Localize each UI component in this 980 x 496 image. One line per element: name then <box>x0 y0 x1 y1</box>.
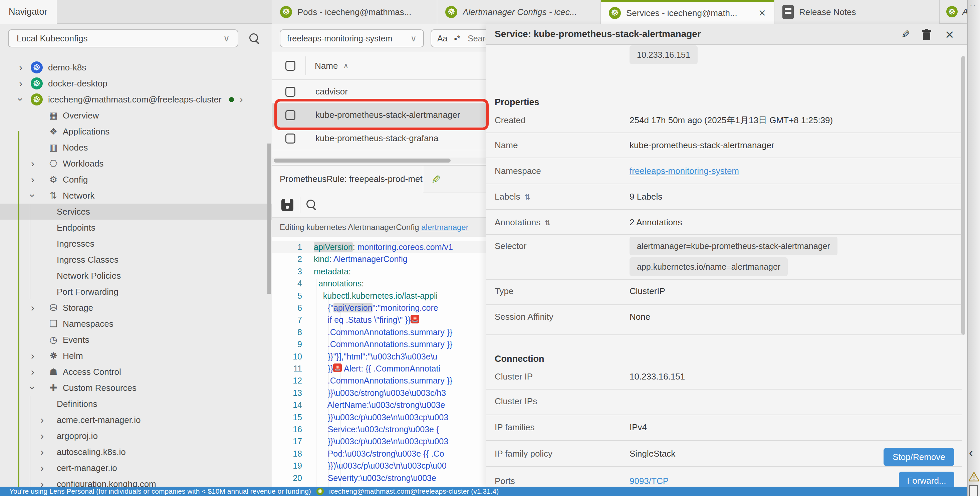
sidebar-item-cert-manager-io[interactable]: ›cert-manager.io <box>0 460 272 476</box>
sidebar-item-ingresses[interactable]: Ingresses <box>0 236 272 252</box>
code-line[interactable]: 5 kubectl.kubernetes.io/last-appli <box>272 290 486 302</box>
tab-partial[interactable]: ☸ A <box>940 0 967 24</box>
chevron-right-icon[interactable]: › <box>37 415 47 424</box>
tab-services-icecheng-math[interactable]: ☸Services - icecheng@math...✕ <box>601 0 775 24</box>
code-line[interactable]: 16 Service:\u003c/strong\u003e { <box>272 423 486 436</box>
search-icon[interactable] <box>306 200 318 211</box>
sort-icon[interactable]: ⇅ <box>544 219 550 227</box>
edit-icon[interactable]: ✎ <box>901 28 910 41</box>
chevron-right-icon[interactable]: › <box>16 79 25 88</box>
panel-toggle-icon[interactable] <box>969 485 978 496</box>
row-checkbox[interactable] <box>285 134 295 143</box>
sidebar-item-config[interactable]: ›⚙Config <box>0 172 272 188</box>
trash-icon[interactable] <box>921 29 932 40</box>
table-row-partial[interactable]: kube-prometheus-stack-... <box>272 150 486 157</box>
chevron-right-icon[interactable]: › <box>37 479 47 486</box>
active-context[interactable]: icecheng@mathmast.com@freeleaps-cluster … <box>329 487 499 495</box>
code-line[interactable]: 17 }}\u003c/p\u003e\n\u003cp\u003 <box>272 435 486 448</box>
sidebar-item-argoproj-io[interactable]: ›argoproj.io <box>0 428 272 444</box>
chevron-down-icon[interactable]: › <box>28 191 37 200</box>
table-row-kube-prometheus-stack-grafana[interactable]: kube-prometheus-stack-grafana <box>272 127 486 150</box>
sort-ascending-icon[interactable]: ∧ <box>343 61 348 70</box>
chevron-down-icon[interactable]: › <box>28 383 37 393</box>
code-line[interactable]: 14 AlertName:\u003c/strong\u003e <box>272 399 486 411</box>
horizontal-scrollbar-thumb[interactable] <box>274 159 450 162</box>
editing-resource-link[interactable]: alertmanager <box>421 223 468 232</box>
dock-tab-prometheusrule[interactable]: PrometheusRule: freepeals-prod-metrics <box>272 165 423 193</box>
select-all-checkbox[interactable] <box>285 61 295 71</box>
sidebar-item-overview[interactable]: ▦Overview <box>0 108 272 124</box>
sidebar-item-nodes[interactable]: ▥Nodes <box>0 140 272 156</box>
stop-remove-button[interactable]: Stop/Remove <box>883 448 954 466</box>
sidebar-item-network[interactable]: ›⇅Network <box>0 188 272 203</box>
sidebar-item-network-policies[interactable]: Network Policies <box>0 268 272 284</box>
tab-alertmanager-configs-icec[interactable]: ☸Alertmanager Configs - icec... <box>437 0 601 24</box>
sidebar-item-endpoints[interactable]: Endpoints <box>0 219 272 236</box>
sidebar-item-namespaces[interactable]: ❑Namespaces <box>0 316 272 332</box>
sidebar-item-docker-desktop[interactable]: ›☸docker-desktop <box>0 75 272 91</box>
sidebar-item-definitions[interactable]: Definitions <box>0 396 272 412</box>
sidebar-item-port-forwarding[interactable]: Port Forwarding <box>0 284 272 300</box>
sidebar-item-autoscaling-k8s-io[interactable]: ›autoscaling.k8s.io <box>0 444 272 460</box>
code-line[interactable]: 12 .CommonAnnotations.summary }} <box>272 375 486 387</box>
sidebar-item-configuration-konghq-com[interactable]: ›configuration.konghq.com <box>0 476 272 486</box>
code-line[interactable]: 1apiVersion: monitoring.coreos.com/v1 <box>272 241 486 253</box>
sidebar-item-storage[interactable]: ›⛁Storage <box>0 300 272 316</box>
tab-pods-icecheng-mathmas[interactable]: ☸Pods - icecheng@mathmas... <box>272 0 437 24</box>
sidebar-item-access-control[interactable]: ›☗Access Control <box>0 364 272 380</box>
chevron-right-icon[interactable]: › <box>37 463 47 473</box>
port-link-9093-tcp[interactable]: 9093/TCP <box>630 474 668 486</box>
name-column-header[interactable]: Name <box>315 61 338 71</box>
code-line[interactable]: 15 }}\u003c/p\u003e\n\u003cp\u003 <box>272 411 486 424</box>
sidebar-item-acme-cert-manager-io[interactable]: ›acme.cert-manager.io <box>0 412 272 428</box>
sidebar-item-helm[interactable]: ›☸Helm <box>0 348 272 364</box>
chevron-right-icon[interactable]: › <box>28 367 37 377</box>
code-line[interactable]: 9 .CommonAnnotations.summary }} <box>272 338 486 350</box>
save-icon[interactable] <box>282 199 293 211</box>
code-line[interactable]: 4 annotations: <box>272 277 486 290</box>
regex-icon[interactable]: ▪* <box>454 34 461 43</box>
code-line[interactable]: 2kind: AlertmanagerConfig <box>272 253 486 265</box>
chevron-right-icon[interactable]: › <box>37 447 47 456</box>
sidebar-item-demo-k8s[interactable]: ›☸demo-k8s <box>0 59 272 75</box>
chevron-right-icon[interactable]: › <box>240 94 243 105</box>
code-line[interactable]: 8 .CommonAnnotations.summary }} <box>272 326 486 339</box>
panel-scrollbar-thumb[interactable] <box>961 56 965 335</box>
sidebar-scrollbar-thumb[interactable] <box>267 143 271 294</box>
chevron-right-icon[interactable]: › <box>16 63 25 72</box>
match-case-icon[interactable]: Aa <box>437 34 448 43</box>
kubeconfig-select[interactable]: Local Kubeconfigs ∨ <box>8 29 238 48</box>
tab-navigator[interactable]: Navigator <box>0 0 57 24</box>
sidebar-item-custom-resources[interactable]: ›✚Custom Resources <box>0 380 272 396</box>
sort-icon[interactable]: ⇅ <box>524 193 530 201</box>
code-line[interactable]: 11 }}🚨 Alert: {{ .CommonAnnotati <box>272 362 486 375</box>
close-icon[interactable]: ✕ <box>758 8 766 19</box>
code-line[interactable]: 19 }})\u003c/p\u003e\n\u003cp\u00 <box>272 459 486 472</box>
edit-icon[interactable]: ✎ <box>431 173 441 186</box>
sidebar-item-ingress-classes[interactable]: Ingress Classes <box>0 252 272 268</box>
sidebar-item-services[interactable]: Services <box>0 203 272 219</box>
tab-release-notes[interactable]: Release Notes <box>775 0 940 24</box>
close-icon[interactable]: ✕ <box>945 28 955 41</box>
warning-icon[interactable] <box>968 471 980 482</box>
chevron-right-icon[interactable]: › <box>28 303 37 312</box>
search-icon[interactable] <box>249 33 261 45</box>
namespace-select[interactable]: freeleaps-monitoring-system ∨ <box>280 29 424 48</box>
chevron-down-icon[interactable]: › <box>16 95 25 104</box>
chevron-right-icon[interactable]: › <box>28 159 37 168</box>
sidebar-item-workloads[interactable]: ›⎔Workloads <box>0 156 272 172</box>
code-line[interactable]: 13 }}\u003c/strong\u003e\u003c/h3 <box>272 387 486 399</box>
sidebar-item-events[interactable]: ◷Events <box>0 332 272 348</box>
search-input[interactable] <box>467 33 486 44</box>
chevron-right-icon[interactable]: › <box>37 431 47 440</box>
chevron-left-icon[interactable]: ‹ <box>969 446 973 460</box>
chevron-right-icon[interactable]: › <box>28 351 37 361</box>
code-line[interactable]: 3metadata: <box>272 265 486 278</box>
code-line[interactable]: 21 }}\u003c/p\u003e\n\u003cp\u003 <box>272 484 486 486</box>
code-line[interactable]: 20 Severity:\u003c/strong\u003e <box>272 472 486 484</box>
code-line[interactable]: 10 }}"}],"html":"\u003ch3\u003e\u <box>272 350 486 363</box>
sidebar-item-icecheng-mathmast-com-freeleaps-cluster[interactable]: ›☸icecheng@mathmast.com@freeleaps-cluste… <box>0 91 272 108</box>
code-line[interactable]: 7 if eq .Status \"firing\" }}🚨 <box>272 314 486 326</box>
row-checkbox[interactable] <box>285 87 295 97</box>
detail-link-freeleaps-monitoring-system[interactable]: freeleaps-monitoring-system <box>630 164 739 178</box>
